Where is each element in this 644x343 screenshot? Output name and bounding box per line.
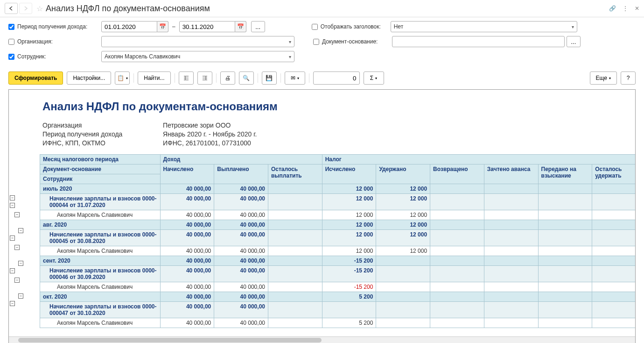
cell (376, 292, 430, 302)
date-to-picker-icon[interactable]: 📅 (235, 21, 246, 32)
employee-checkbox[interactable] (8, 54, 14, 60)
outline-toggle[interactable]: − (14, 212, 20, 217)
cell (376, 256, 430, 266)
show-header-dropdown[interactable]: Нет ▾ (391, 21, 577, 32)
cell: 12 000 (322, 230, 376, 246)
org-dropdown[interactable]: ▾ (101, 36, 294, 47)
cell (430, 220, 484, 230)
org-checkbox[interactable] (8, 39, 14, 45)
table-row[interactable]: июль 202040 000,0040 000,0012 00012 000 (40, 184, 636, 194)
cell (484, 282, 538, 292)
cell: 40 000,00 (160, 256, 214, 266)
show-header-value: Нет (394, 23, 403, 30)
generate-button[interactable]: Сформировать (8, 71, 63, 85)
table-row[interactable]: Начисление зарплаты и взносов 0000-00004… (40, 302, 636, 318)
table-row[interactable]: авг. 202040 000,0040 000,0012 00012 000 (40, 220, 636, 230)
favorite-icon[interactable]: ☆ (36, 4, 43, 13)
cell (484, 184, 538, 194)
outline-toggle[interactable]: − (10, 236, 15, 241)
table-row[interactable]: Начисление зарплаты и взносов 0000-00004… (40, 194, 636, 210)
table-row[interactable]: Акопян Марсель Славикович40 000,0040 000… (40, 210, 636, 220)
save-button[interactable]: 💾 (262, 71, 277, 85)
cell (484, 256, 538, 266)
cell (484, 292, 538, 302)
report-table: Месяц налогового периодаДоходНалогДокуме… (40, 154, 636, 328)
paste-button[interactable]: 📋▾ (115, 71, 130, 85)
find-button[interactable]: Найти... (138, 71, 170, 85)
col-tax: Налог (322, 155, 636, 164)
cell (484, 246, 538, 256)
employee-dropdown[interactable]: Акопян Марсель Славикович ▾ (101, 51, 294, 62)
link-icon[interactable]: 🔗 (609, 5, 616, 12)
back-button[interactable] (5, 3, 18, 14)
outline-toggle[interactable]: − (10, 195, 15, 200)
meta-value: ИФНС, 261701001, 07731000 (163, 139, 251, 147)
date-to-input[interactable] (179, 21, 235, 32)
cell: 40 000,00 (214, 266, 268, 282)
kebab-icon[interactable]: ⋮ (623, 5, 628, 12)
cell: 40 000,00 (214, 210, 268, 220)
meta-label: Период получения дохода (42, 130, 163, 138)
table-row[interactable]: Акопян Марсель Славикович40 000,0040 000… (40, 318, 636, 328)
cell (592, 210, 636, 220)
table-row[interactable]: Акопян Марсель Славикович40 000,0040 000… (40, 282, 636, 292)
sum-button[interactable]: Σ▾ (364, 71, 384, 85)
cell (538, 292, 592, 302)
outline-toggle[interactable]: − (18, 228, 23, 233)
outline-toggle[interactable]: − (18, 261, 23, 266)
horizontal-scrollbar[interactable] (9, 336, 635, 343)
col-7: Передано на взыскание (538, 164, 592, 184)
table-row[interactable]: Начисление зарплаты и взносов 0000-00004… (40, 266, 636, 282)
doc-dropdown[interactable] (392, 36, 565, 47)
date-from-picker-icon[interactable]: 📅 (157, 21, 168, 32)
outline-toggle[interactable]: − (14, 245, 20, 250)
email-button[interactable]: ✉▾ (285, 71, 305, 85)
outline-toggle[interactable]: − (14, 278, 20, 283)
doc-checkbox[interactable] (313, 39, 319, 45)
numeric-input[interactable] (313, 71, 360, 85)
col-5: Возвращено (430, 164, 484, 184)
outline-toggle[interactable]: − (18, 293, 23, 299)
doc-more-button[interactable]: ... (567, 36, 581, 47)
cell (430, 246, 484, 256)
preview-button[interactable]: 🔍 (239, 71, 254, 85)
table-row[interactable]: окт. 202040 000,0040 000,005 200 (40, 292, 636, 302)
cell (592, 194, 636, 210)
more-button[interactable]: Еще ▾ (590, 71, 617, 85)
cell (538, 184, 592, 194)
table-row[interactable]: Акопян Марсель Славикович40 000,0040 000… (40, 246, 636, 256)
settings-button[interactable]: Настройки... (67, 71, 111, 85)
print-button[interactable]: 🖨 (220, 71, 235, 85)
date-from-input[interactable] (101, 21, 157, 32)
cell (268, 292, 322, 302)
forward-button[interactable] (19, 3, 32, 14)
cell: 40 000,00 (160, 302, 214, 318)
cell (538, 256, 592, 266)
col-8: Осталось удержать (592, 164, 636, 184)
outline-toggle[interactable]: − (10, 203, 15, 208)
collapse-button[interactable] (197, 71, 212, 85)
cell (268, 282, 322, 292)
cell (322, 302, 376, 318)
outline-toggle[interactable]: − (10, 301, 15, 306)
close-icon[interactable]: ✕ (635, 5, 639, 12)
cell (268, 210, 322, 220)
cell: 40 000,00 (214, 230, 268, 246)
period-checkbox[interactable] (8, 24, 14, 30)
expand-button[interactable] (179, 71, 194, 85)
show-header-checkbox[interactable] (312, 24, 318, 30)
table-row[interactable]: сент. 202040 000,0040 000,00-15 200 (40, 256, 636, 266)
period-more-button[interactable]: ... (251, 21, 265, 32)
cell (430, 266, 484, 282)
table-row[interactable]: Начисление зарплаты и взносов 0000-00004… (40, 230, 636, 246)
cell: 12 000 (376, 220, 430, 230)
meta-value: Петровские зори ООО (163, 121, 231, 129)
col-month: Месяц налогового периода (40, 155, 161, 164)
show-header-label: Отображать заголовок: (321, 23, 391, 30)
outline-toggle[interactable]: − (10, 268, 15, 273)
period-label: Период получения дохода: (17, 23, 101, 30)
help-button[interactable]: ? (621, 71, 636, 85)
doc-label: Документ-основание: (322, 38, 392, 45)
cell (484, 194, 538, 210)
cell (376, 282, 430, 292)
